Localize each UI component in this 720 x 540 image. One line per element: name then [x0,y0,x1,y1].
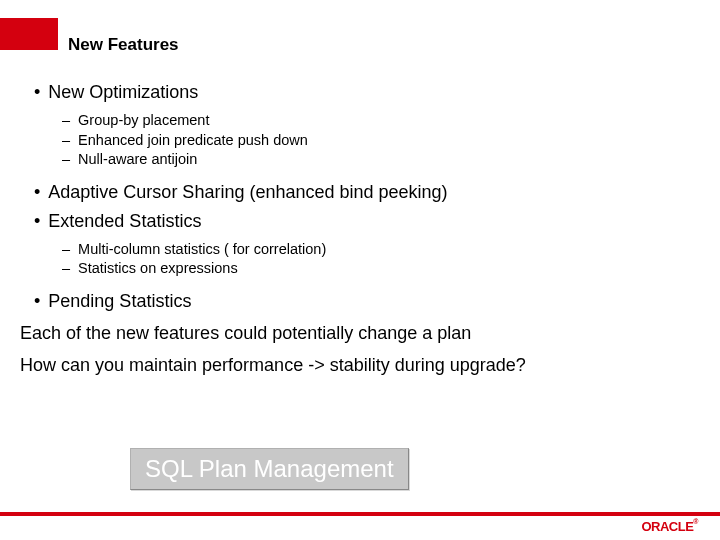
sub-bullets-extended-stats: Multi-column statistics ( for correlatio… [62,240,700,279]
registered-icon: ® [693,518,698,525]
sub-bullets-optimizations: Group-by placement Enhanced join predica… [62,111,700,170]
sub-bullet-text: Statistics on expressions [78,259,238,279]
bullet-extended-stats: Extended Statistics [30,211,700,232]
logo-text: ORACLE [641,519,693,534]
sub-bullet: Multi-column statistics ( for correlatio… [62,240,700,260]
bullet-pending-stats: Pending Statistics [30,291,700,312]
bullet-text: Adaptive Cursor Sharing (enhanced bind p… [48,182,447,203]
brand-red-box [0,18,58,50]
bullet-text: New Optimizations [48,82,198,103]
bullet-text: Extended Statistics [48,211,201,232]
sub-bullet: Null-aware antijoin [62,150,700,170]
sub-bullet: Enhanced join predicate push down [62,131,700,151]
oracle-logo: ORACLE® [641,519,698,534]
bullet-adaptive-cursor: Adaptive Cursor Sharing (enhanced bind p… [30,182,700,203]
paragraph-line-1: Each of the new features could potential… [20,320,700,346]
sub-bullet-text: Multi-column statistics ( for correlatio… [78,240,326,260]
bullet-text: Pending Statistics [48,291,191,312]
bullet-new-optimizations: New Optimizations [30,82,700,103]
sub-bullet-text: Group-by placement [78,111,209,131]
sub-bullet-text: Enhanced join predicate push down [78,131,308,151]
sub-bullet: Group-by placement [62,111,700,131]
paragraph-line-2: How can you maintain performance -> stab… [20,352,700,378]
slide-content: New Optimizations Group-by placement Enh… [30,82,700,378]
footer-red-bar [0,512,720,516]
sub-bullet-text: Null-aware antijoin [78,150,197,170]
answer-box: SQL Plan Management [130,448,409,490]
sub-bullet: Statistics on expressions [62,259,700,279]
slide-title: New Features [68,35,179,55]
